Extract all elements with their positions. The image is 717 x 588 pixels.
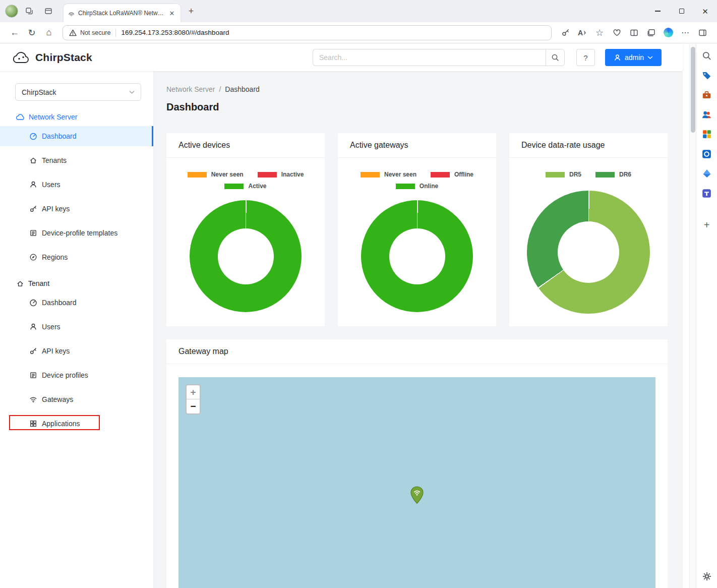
back-button[interactable]: ← <box>6 25 23 41</box>
scrollbar-thumb[interactable] <box>691 47 695 133</box>
page-scrollbar[interactable] <box>689 44 696 588</box>
section-tenant[interactable]: Tenant <box>16 279 153 287</box>
dashboard-icon <box>29 299 37 307</box>
edge-tools-briefcase-icon[interactable] <box>701 89 712 100</box>
sidebar: ChirpStack Network Server Dashboard Tena… <box>0 71 154 588</box>
search-button[interactable] <box>546 49 565 66</box>
card-title: Active devices <box>166 133 325 158</box>
legend-item[interactable]: Offline <box>431 171 473 178</box>
tab-actions-icon[interactable] <box>40 3 56 19</box>
split-screen-icon[interactable] <box>625 25 642 41</box>
sidebar-item-device-profile-templates[interactable]: Device-profile templates <box>0 223 153 243</box>
legend-swatch <box>361 172 380 178</box>
edge-add-app-icon[interactable]: + <box>701 219 712 230</box>
sidebar-item-ns-dashboard[interactable]: Dashboard <box>0 126 153 146</box>
section-network-server[interactable]: Network Server <box>16 113 153 121</box>
home-button[interactable]: ⌂ <box>40 25 57 41</box>
profile-avatar[interactable] <box>5 5 18 18</box>
dashboard-icon <box>29 132 37 140</box>
maximize-button[interactable] <box>670 0 693 22</box>
not-secure-label[interactable]: Not secure <box>80 29 110 36</box>
main-content: Network Server / Dashboard Dashboard Act… <box>154 71 683 588</box>
help-button[interactable]: ? <box>576 49 595 66</box>
breadcrumb-root[interactable]: Network Server <box>166 85 215 93</box>
browser-essentials-icon[interactable] <box>608 25 625 41</box>
sidebar-item-tenant-api-keys[interactable]: API keys <box>0 341 153 361</box>
gateway-marker-icon[interactable] <box>410 486 424 506</box>
user-label: admin <box>625 53 644 62</box>
collections-icon[interactable] <box>642 25 660 41</box>
legend-swatch <box>396 184 415 189</box>
section-label: Tenant <box>28 279 49 287</box>
zoom-in-button[interactable]: + <box>187 385 200 399</box>
cloud-icon <box>16 113 25 121</box>
edge-outlook-icon[interactable] <box>701 148 712 159</box>
url-text[interactable]: 169.254.173.253:8080/#/dashboard <box>121 29 229 36</box>
user-icon <box>29 323 37 331</box>
sidebar-item-label: Dashboard <box>42 132 77 140</box>
edge-shopping-icon[interactable] <box>701 70 712 81</box>
edge-search-icon[interactable] <box>701 50 712 61</box>
sidebar-item-regions[interactable]: Regions <box>0 247 153 267</box>
favorites-star-icon[interactable]: ☆ <box>591 25 608 41</box>
gateway-map[interactable]: + − <box>178 377 655 588</box>
tenant-selector[interactable]: ChirpStack <box>15 83 141 101</box>
edge-settings-gear-icon[interactable] <box>701 571 712 582</box>
card-title: Active gateways <box>338 133 496 158</box>
legend-item[interactable]: Never seen <box>188 171 244 178</box>
profile-icon <box>29 371 37 379</box>
urlbar-divider <box>115 29 116 37</box>
legend-swatch <box>431 172 450 178</box>
close-button[interactable]: ✕ <box>693 0 717 22</box>
chart-legend: DR5 DR6 <box>546 171 631 178</box>
legend-item[interactable]: DR5 <box>546 171 581 178</box>
more-menu-icon[interactable]: ⋯ <box>677 25 694 41</box>
sidebar-item-gateways[interactable]: Gateways <box>0 389 153 409</box>
edge-teams-icon[interactable] <box>701 188 712 199</box>
sidebar-item-tenants[interactable]: Tenants <box>0 150 153 170</box>
chart-legend: Never seen Inactive <box>188 171 304 178</box>
sidebar-item-device-profiles[interactable]: Device profiles <box>0 365 153 385</box>
wifi-icon <box>29 395 37 403</box>
legend-item[interactable]: Online <box>396 183 438 190</box>
url-bar[interactable]: Not secure 169.254.173.253:8080/#/dashbo… <box>63 25 552 40</box>
password-key-icon[interactable] <box>557 25 574 41</box>
new-tab-button[interactable]: + <box>184 4 199 19</box>
sidebar-item-ns-api-keys[interactable]: API keys <box>0 199 153 219</box>
chirpstack-logo[interactable]: ChirpStack <box>12 44 92 71</box>
edge-m365-icon[interactable] <box>701 129 712 140</box>
sidebar-item-label: Device profiles <box>42 371 88 379</box>
legend-item[interactable]: Active <box>224 183 266 190</box>
sidebar-item-label: API keys <box>42 205 70 213</box>
sidebar-toggle-icon[interactable] <box>694 25 711 41</box>
refresh-button[interactable]: ↻ <box>23 25 40 41</box>
edge-people-icon[interactable] <box>701 109 712 120</box>
legend-item[interactable]: Never seen <box>361 171 416 178</box>
search-input[interactable] <box>313 49 546 66</box>
sidebar-item-tenant-dashboard[interactable]: Dashboard <box>0 292 153 313</box>
profile-template-icon <box>29 229 37 237</box>
search-icon <box>551 53 559 62</box>
user-menu-button[interactable]: admin <box>605 49 662 66</box>
map-zoom-control: + − <box>186 384 201 415</box>
zoom-out-button[interactable]: − <box>187 399 200 414</box>
sidebar-item-label: Applications <box>42 420 80 428</box>
edge-drop-icon[interactable] <box>701 168 712 179</box>
minimize-icon <box>655 11 661 11</box>
minimize-button[interactable] <box>646 0 670 22</box>
legend-label: Never seen <box>384 171 416 178</box>
key-icon <box>29 347 37 355</box>
chart-legend: Active <box>224 183 266 190</box>
workspaces-icon[interactable] <box>21 3 37 19</box>
breadcrumb-current: Dashboard <box>225 85 260 93</box>
sidebar-item-ns-users[interactable]: Users <box>0 174 153 195</box>
legend-item[interactable]: DR6 <box>595 171 631 178</box>
copilot-icon[interactable] <box>660 25 677 41</box>
legend-item[interactable]: Inactive <box>258 171 304 178</box>
sidebar-item-tenant-users[interactable]: Users <box>0 317 153 337</box>
chirpstack-cloud-icon <box>12 51 30 65</box>
sidebar-item-applications[interactable]: Applications <box>0 414 153 434</box>
browser-tab[interactable]: ChirpStack LoRaWAN® Network ✕ <box>64 4 181 22</box>
tab-close-icon[interactable]: ✕ <box>167 9 176 18</box>
read-aloud-icon[interactable]: A <box>574 25 591 41</box>
